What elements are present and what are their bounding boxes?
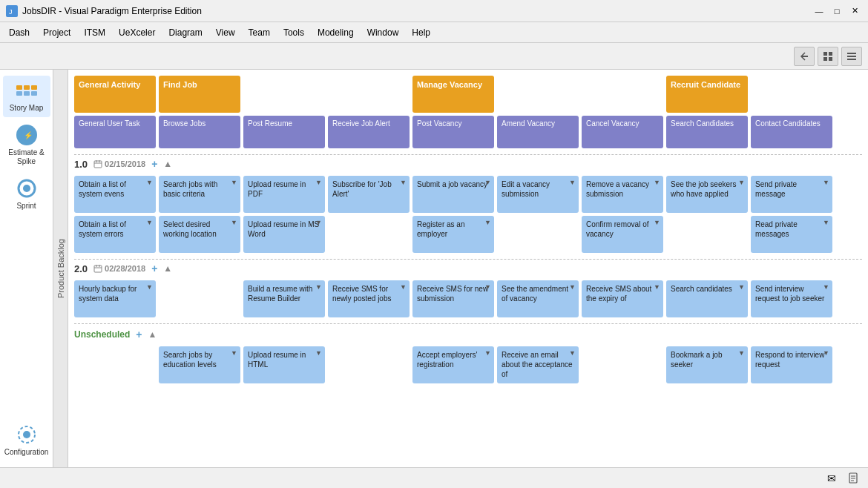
epic-recruit-candidate[interactable]: Recruit Candidate bbox=[666, 76, 748, 113]
epic-empty-3 bbox=[497, 76, 579, 113]
epic-empty-2 bbox=[328, 76, 410, 113]
svg-rect-3 bbox=[823, 52, 827, 56]
task-remove-vacancy[interactable]: ▼ Remove a vacancy submission bbox=[582, 176, 663, 213]
app-title: JobsDIR - Visual Paradigm Enterprise Edi… bbox=[22, 6, 202, 16]
task-search-candidates[interactable]: ▼ Search candidates bbox=[666, 280, 748, 317]
sprint-1-row-1: ▼ Obtain a list of system evens ▼ Search… bbox=[74, 176, 862, 213]
menu-tools[interactable]: Tools bbox=[277, 25, 310, 40]
task-bookmark-seeker[interactable]: ▼ Bookmark a job seeker bbox=[666, 346, 748, 383]
story-receive-job-alert[interactable]: Receive Job Alert bbox=[328, 116, 410, 148]
unscheduled-add-button[interactable]: + bbox=[136, 329, 142, 340]
config-icon bbox=[15, 424, 39, 445]
maximize-button[interactable]: □ bbox=[829, 4, 844, 19]
menu-diagram[interactable]: Diagram bbox=[162, 25, 208, 40]
task-upload-msword[interactable]: ▼ Upload resume in MS Word bbox=[243, 216, 325, 253]
sidebar: Story Map ⚡ Estimate & Spike Sprint bbox=[0, 70, 53, 467]
story-general-user-task[interactable]: General User Task bbox=[74, 116, 156, 148]
estimate-icon: ⚡ bbox=[15, 125, 39, 145]
task-sms-new-submission[interactable]: ▼ Receive SMS for new submission bbox=[412, 280, 494, 317]
task-receive-email[interactable]: ▼ Receive an email about the acceptance … bbox=[497, 346, 579, 383]
sprint-1-header: 1.0 02/15/2018 + ▲ bbox=[74, 154, 862, 173]
task-search-education[interactable]: ▼ Search jobs by education levels bbox=[159, 346, 240, 383]
task-build-resume[interactable]: ▼ Build a resume with Resume Builder bbox=[243, 280, 325, 317]
story-contact-candidates[interactable]: Contact Candidates bbox=[751, 116, 832, 148]
story-cancel-vacancy[interactable]: Cancel Vacancy bbox=[582, 116, 663, 148]
sprint-1-date: 02/15/2018 bbox=[93, 159, 145, 168]
sidebar-label-estimate: Estimate & Spike bbox=[6, 148, 47, 166]
task-obtain-system-errors[interactable]: ▼ Obtain a list of system errors bbox=[74, 216, 156, 253]
menu-view[interactable]: View bbox=[210, 25, 241, 40]
task-sms-posted[interactable]: ▼ Receive SMS for newly posted jobs bbox=[328, 280, 410, 317]
minimize-button[interactable]: — bbox=[812, 4, 826, 19]
menu-modeling[interactable]: Modeling bbox=[312, 25, 360, 40]
task-send-interview[interactable]: ▼ Send interview request to job seeker bbox=[751, 280, 832, 317]
task-sms-expiry[interactable]: ▼ Receive SMS about the expiry of bbox=[582, 280, 663, 317]
task-obtain-system-evens[interactable]: ▼ Obtain a list of system evens bbox=[74, 176, 156, 213]
svg-rect-16 bbox=[94, 161, 102, 168]
sidebar-label-sprint: Sprint bbox=[16, 202, 36, 211]
main-layout: Story Map ⚡ Estimate & Spike Sprint bbox=[0, 70, 868, 467]
task-register-employer[interactable]: ▼ Register as an employer bbox=[412, 216, 494, 253]
story-amend-vacancy[interactable]: Amend Vacancy bbox=[497, 116, 579, 148]
task-hourly-backup[interactable]: ▼ Hourly backup for system data bbox=[74, 280, 156, 317]
story-post-vacancy[interactable]: Post Vacancy bbox=[412, 116, 494, 148]
task-submit-vacancy[interactable]: ▼ Submit a job vacancy bbox=[412, 176, 494, 213]
sidebar-item-config[interactable]: Configuration bbox=[3, 420, 50, 461]
svg-rect-5 bbox=[823, 57, 827, 61]
unscheduled-collapse-button[interactable]: ▲ bbox=[148, 329, 157, 340]
sidebar-item-story-map[interactable]: Story Map bbox=[3, 76, 50, 117]
title-bar: J JobsDIR - Visual Paradigm Enterprise E… bbox=[0, 0, 868, 22]
sidebar-item-sprint[interactable]: Sprint bbox=[3, 174, 50, 215]
toolbar-layout-button[interactable] bbox=[841, 47, 862, 66]
sprint-2-add-button[interactable]: + bbox=[151, 263, 157, 274]
toolbar-grid-button[interactable] bbox=[818, 47, 838, 66]
sprint-1-tasks: ▼ Obtain a list of system evens ▼ Search… bbox=[74, 176, 862, 253]
status-mail-icon[interactable]: ✉ bbox=[823, 470, 840, 487]
epic-general-activity[interactable]: General Activity bbox=[74, 76, 156, 113]
menu-window[interactable]: Window bbox=[361, 25, 405, 40]
menu-help[interactable]: Help bbox=[406, 25, 436, 40]
story-row: General User Task Browse Jobs Post Resum… bbox=[74, 116, 862, 148]
task-respond-interview[interactable]: ▼ Respond to interview request bbox=[751, 346, 832, 383]
task-read-private[interactable]: ▼ Read private messages bbox=[751, 216, 832, 253]
menu-project[interactable]: Project bbox=[37, 25, 76, 40]
task-send-private[interactable]: ▼ Send private message bbox=[751, 176, 832, 213]
task-upload-pdf[interactable]: ▼ Upload resume in PDF bbox=[243, 176, 325, 213]
svg-rect-2 bbox=[801, 56, 808, 57]
menu-team[interactable]: Team bbox=[243, 25, 276, 40]
menu-itsm[interactable]: ITSM bbox=[78, 25, 111, 40]
task-upload-html[interactable]: ▼ Upload resume in HTML bbox=[243, 346, 325, 383]
svg-rect-6 bbox=[829, 57, 832, 61]
menu-uexceler[interactable]: UeXceler bbox=[113, 25, 161, 40]
task-search-basic[interactable]: ▼ Search jobs with basic criteria bbox=[159, 176, 240, 213]
close-button[interactable]: ✕ bbox=[847, 4, 862, 19]
sprint-1-add-button[interactable]: + bbox=[151, 158, 157, 170]
epic-find-job[interactable]: Find Job bbox=[159, 76, 240, 113]
task-select-location[interactable]: ▼ Select desired working location bbox=[159, 216, 240, 253]
task-accept-employers[interactable]: ▼ Accept employers' registration bbox=[412, 346, 494, 383]
story-browse-jobs[interactable]: Browse Jobs bbox=[159, 116, 240, 148]
task-see-amendment[interactable]: ▼ See the amendment of vacancy bbox=[497, 280, 579, 317]
backlog-area[interactable]: General Activity Find Job Manage Vacancy… bbox=[68, 70, 868, 467]
epic-empty-5 bbox=[751, 76, 832, 113]
svg-rect-9 bbox=[847, 59, 856, 60]
sidebar-label-story-map: Story Map bbox=[10, 104, 44, 113]
task-see-seekers[interactable]: ▼ See the job seekers who have applied bbox=[666, 176, 748, 213]
sprint-1-row-2: ▼ Obtain a list of system errors ▼ Selec… bbox=[74, 216, 862, 253]
story-post-resume[interactable]: Post Resume bbox=[243, 116, 325, 148]
task-edit-vacancy[interactable]: ▼ Edit a vacancy submission bbox=[497, 176, 579, 213]
task-confirm-removal[interactable]: ▼ Confirm removal of vacancy bbox=[582, 216, 663, 253]
story-map-icon bbox=[15, 80, 39, 101]
sprint-2-collapse-button[interactable]: ▲ bbox=[163, 263, 172, 274]
story-search-candidates[interactable]: Search Candidates bbox=[666, 116, 748, 148]
epic-manage-vacancy[interactable]: Manage Vacancy bbox=[412, 76, 494, 113]
sidebar-item-estimate[interactable]: ⚡ Estimate & Spike bbox=[3, 120, 50, 171]
svg-rect-8 bbox=[847, 56, 856, 57]
menu-dash[interactable]: Dash bbox=[3, 25, 36, 40]
task-subscribe-alert[interactable]: ▼ Subscribe for 'Job Alert' bbox=[328, 176, 410, 213]
svg-text:J: J bbox=[9, 8, 13, 16]
sprint-1-collapse-button[interactable]: ▲ bbox=[163, 159, 172, 169]
sprint-2-date: 02/28/2018 bbox=[93, 264, 145, 273]
toolbar-back-button[interactable] bbox=[794, 47, 815, 66]
status-doc-icon[interactable] bbox=[846, 470, 862, 487]
